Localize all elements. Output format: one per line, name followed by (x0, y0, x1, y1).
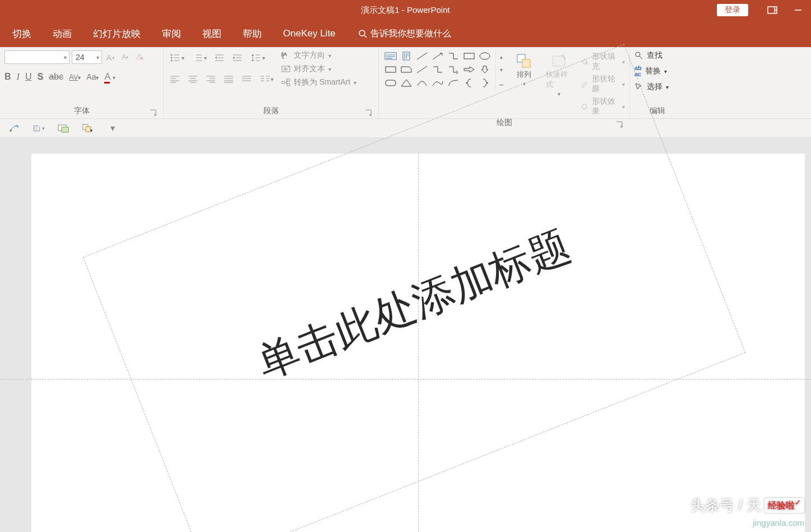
gallery-more[interactable]: ▁ (496, 76, 507, 89)
qat-more[interactable]: ▾ (106, 122, 119, 135)
tab-review[interactable]: 审阅 (160, 24, 183, 44)
line-spacing-button[interactable]: ▾ (249, 52, 267, 64)
tab-transition[interactable]: 切换 (10, 24, 34, 44)
font-name-combo[interactable]: ▾ (4, 50, 69, 64)
qat-insert-object[interactable] (57, 122, 69, 135)
shape-connector-arrow[interactable] (446, 64, 461, 75)
shape-connector[interactable] (446, 50, 461, 62)
text-direction-button[interactable]: ||A 文字方向▾ (281, 50, 356, 61)
signin-button[interactable]: 登录 (717, 4, 748, 16)
align-right-button[interactable] (204, 73, 217, 85)
tab-onekey[interactable]: OneKey Lite (281, 25, 338, 43)
increase-indent-button[interactable] (231, 52, 244, 64)
svg-point-8 (170, 60, 172, 61)
dialog-launcher-paragraph[interactable] (365, 109, 372, 116)
decrease-indent-button[interactable] (213, 52, 226, 64)
chevron-down-icon: ▾ (94, 54, 101, 61)
strikethrough-button[interactable]: abc (49, 72, 63, 82)
change-case-button[interactable]: Aa▾ (86, 72, 99, 81)
decrease-font-size-button[interactable]: A▾ (119, 51, 131, 63)
svg-text:||A: ||A (281, 52, 287, 57)
svg-rect-56 (386, 67, 396, 72)
tell-me-input[interactable]: 告诉我你想要做什么 (358, 28, 451, 40)
tab-animation[interactable]: 动画 (50, 24, 74, 44)
shape-connector-l[interactable] (430, 64, 445, 75)
slide-canvas-area: 单击此处添加标题 头条号 / 天 经验啦✓ jingyanla.com (0, 138, 811, 532)
search-icon (358, 29, 367, 38)
shape-brace-left[interactable] (462, 77, 476, 89)
italic-button[interactable]: I (17, 72, 20, 82)
align-text-button[interactable]: 对齐文本▾ (281, 64, 356, 74)
svg-rect-0 (768, 7, 777, 13)
tab-help[interactable]: 帮助 (240, 24, 264, 44)
app-title: 演示文稿1 - PowerPoint (361, 5, 449, 16)
shape-brace-right[interactable] (478, 77, 492, 89)
replace-button[interactable]: abac 替换▾ (634, 65, 680, 77)
minimize-button[interactable] (785, 0, 811, 20)
shape-textbox-h[interactable] (383, 50, 398, 62)
qat-animation-1[interactable] (8, 122, 20, 135)
watermark-badge: 经验啦✓ (764, 498, 804, 512)
bold-button[interactable]: B (4, 72, 11, 82)
svg-rect-50 (287, 79, 290, 81)
ribbon-tabs: 切换 动画 幻灯片放映 审阅 视图 帮助 OneKey Lite 告诉我你想要做… (0, 20, 811, 47)
font-color-button[interactable]: A ▾ (104, 72, 115, 82)
group-label-font: 字体 (4, 105, 159, 118)
align-center-button[interactable] (186, 73, 200, 85)
font-size-combo[interactable]: 24▾ (72, 50, 102, 64)
shape-snip-rect[interactable] (399, 64, 414, 75)
qat-selection-pane[interactable] (82, 122, 94, 135)
distributed-button[interactable] (240, 73, 253, 85)
ribbon-display-options-button[interactable] (759, 0, 785, 20)
underline-button[interactable]: U (25, 72, 32, 82)
bullets-button[interactable]: ▾ (168, 52, 186, 64)
shape-arrow-down[interactable] (478, 64, 492, 75)
shape-arc[interactable] (415, 77, 429, 89)
character-spacing-button[interactable]: AV▾ (69, 73, 81, 81)
svg-point-2 (359, 30, 365, 36)
increase-font-size-button[interactable]: A▴ (104, 51, 117, 63)
shape-arrow-line[interactable] (430, 50, 445, 62)
svg-rect-68 (522, 59, 530, 67)
shape-rectangle[interactable] (383, 64, 398, 75)
title-placeholder-text: 单击此处添加标题 (249, 218, 578, 392)
group-label-paragraph: 段落 (168, 105, 374, 118)
justify-button[interactable] (222, 73, 235, 85)
shape-curve[interactable] (430, 77, 445, 89)
shape-arrow-right[interactable] (462, 64, 476, 75)
slide[interactable]: 单击此处添加标题 (31, 154, 805, 532)
shape-oval[interactable] (478, 50, 492, 62)
columns-button[interactable]: ▾ (258, 73, 276, 85)
svg-rect-65 (464, 53, 474, 59)
svg-point-66 (480, 53, 490, 59)
shape-triangle[interactable] (399, 77, 414, 89)
shape-rect2[interactable] (462, 50, 476, 62)
shape-round-rect[interactable] (383, 77, 398, 89)
qat-shape-tool[interactable]: ▾ (33, 122, 45, 135)
title-bar: 演示文稿1 - PowerPoint 登录 (0, 0, 811, 20)
dialog-launcher-font[interactable] (150, 109, 156, 116)
gallery-scroll-down[interactable]: ▾ (496, 63, 507, 76)
titlebar-right: 登录 (717, 0, 811, 20)
group-font: ▾ 24▾ A▴ A▾ B I U S abc AV▾ Aa▾ A ▾ 字体 (0, 47, 164, 118)
shape-textbox-v[interactable] (399, 50, 414, 62)
convert-to-smartart-button[interactable]: 转换为 SmartArt▾ (281, 77, 356, 87)
shape-line[interactable] (415, 50, 429, 62)
gallery-scroll-up[interactable]: ▴ (496, 50, 507, 63)
svg-line-63 (417, 66, 427, 73)
align-left-button[interactable] (168, 73, 182, 85)
shape-quarter-arc[interactable] (446, 77, 461, 89)
group-paragraph: ▾ ▾ ▾ ▾ ||A 文字方向▾ (164, 47, 379, 118)
text-shadow-button[interactable]: S (37, 72, 43, 82)
clear-formatting-button[interactable] (133, 51, 146, 63)
svg-line-3 (364, 35, 367, 38)
shape-line2[interactable] (415, 64, 429, 75)
numbering-button[interactable]: ▾ (191, 52, 208, 64)
tab-view[interactable]: 视图 (200, 24, 224, 44)
arrange-icon (516, 53, 532, 70)
tab-slideshow[interactable]: 幻灯片放映 (91, 24, 143, 44)
chevron-down-icon: ▾ (62, 54, 69, 61)
shapes-gallery[interactable]: ▴ ▾ ▁ (383, 50, 507, 89)
svg-rect-57 (386, 80, 396, 86)
find-button[interactable]: 查找 (634, 50, 680, 61)
